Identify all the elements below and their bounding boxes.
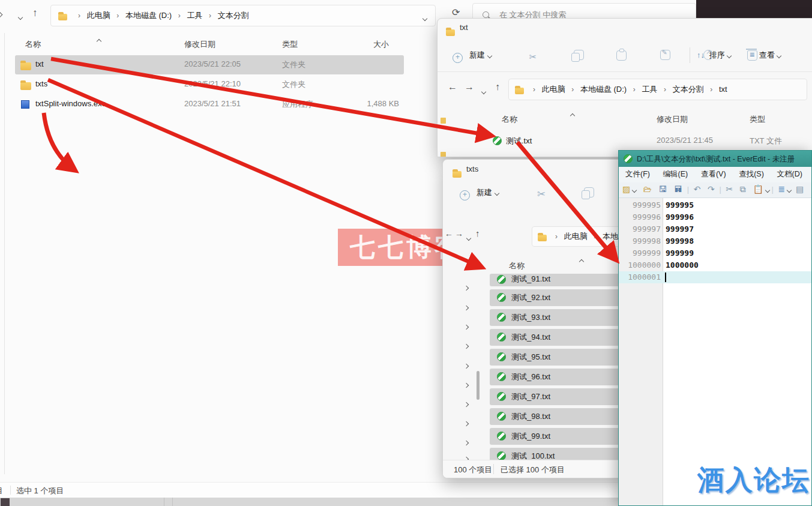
breadcrumb-item[interactable]: 本地磁盘 (D:): [125, 11, 172, 20]
tree-expander-icon[interactable]: [465, 322, 468, 331]
menu-document[interactable]: 文档(D): [771, 167, 807, 182]
refresh-icon[interactable]: ⟳: [452, 7, 460, 18]
rename-icon[interactable]: ✎: [660, 50, 670, 60]
everedit-titlebar[interactable]: D:\工具\文本分割\txt\测试.txt - EverEdit - 未注册: [619, 151, 812, 167]
menu-edit[interactable]: 编辑(E): [658, 167, 694, 182]
forward-icon[interactable]: →: [455, 229, 463, 238]
address-bar[interactable]: › 此电脑 › 本地: [532, 226, 624, 247]
column-header-size[interactable]: 大小: [373, 39, 389, 50]
taskbar-app-icon[interactable]: [1, 498, 10, 506]
breadcrumb-item[interactable]: 本地: [603, 232, 618, 241]
paste-icon[interactable]: [616, 50, 627, 61]
file-row[interactable]: 测试_98.txt: [490, 408, 623, 425]
history-chevron-icon[interactable]: [467, 233, 471, 242]
new-button[interactable]: + 新建: [460, 187, 499, 200]
copy-icon[interactable]: [574, 50, 584, 60]
cut-icon[interactable]: ✂: [537, 188, 547, 198]
breadcrumb-item[interactable]: 本地磁盘 (D:): [580, 85, 627, 94]
sort-button[interactable]: ↑↓ 排序: [697, 50, 731, 61]
address-dropdown-icon[interactable]: [423, 13, 427, 22]
column-header-date[interactable]: 修改日期: [657, 114, 688, 125]
menu-file[interactable]: 文件(F): [620, 167, 655, 182]
file-row[interactable]: 测试_95.txt: [490, 349, 623, 366]
column-header-type[interactable]: 类型: [750, 114, 765, 125]
sort-ascending-icon: [580, 256, 583, 265]
breadcrumb-item[interactable]: 此电脑: [542, 85, 565, 94]
everedit-file-icon: [497, 333, 506, 342]
view-button[interactable]: ≡ 查看: [750, 50, 781, 61]
cut-icon[interactable]: ✂: [726, 184, 733, 194]
file-row[interactable]: 测试_99.txt: [490, 428, 623, 445]
breadcrumb-item[interactable]: 文本分割: [218, 11, 249, 20]
back-icon[interactable]: ←: [445, 229, 453, 238]
undo-icon[interactable]: ↶: [694, 184, 701, 194]
forward-icon[interactable]: [0, 8, 2, 19]
tree-expander-icon[interactable]: [465, 418, 468, 427]
breadcrumb-item[interactable]: 工具: [187, 11, 202, 20]
column-header-name[interactable]: 名称: [25, 39, 41, 50]
window-tab-title[interactable]: txts: [466, 164, 478, 173]
forward-icon[interactable]: →: [465, 82, 474, 92]
breadcrumb-item[interactable]: 文本分割: [673, 85, 704, 94]
file-row[interactable]: 测试.txt 2023/5/21 21:45 TXT 文件: [489, 133, 812, 151]
file-row[interactable]: 测试_92.txt: [490, 289, 623, 306]
everedit-toolbar: ▨ 🗁 🖫 🖬 | ↶ ↷ | ✂ ⧉ 📋 | ≣ ▤: [619, 182, 812, 198]
column-header-type[interactable]: 类型: [282, 39, 298, 50]
breadcrumb-item[interactable]: 此电脑: [564, 232, 588, 241]
tree-expander-icon[interactable]: [465, 361, 468, 370]
new-file-icon[interactable]: ▨: [622, 184, 630, 194]
folder-icon: [20, 62, 31, 70]
file-date: 2023/5/21 22:05: [184, 59, 241, 68]
new-button[interactable]: + 新建: [453, 50, 492, 63]
menu-view[interactable]: 查看(V): [696, 167, 732, 182]
history-chevron-icon[interactable]: [482, 86, 486, 95]
tree-scrollbar-thumb[interactable]: [477, 371, 480, 400]
navpane-divider[interactable]: [4, 33, 5, 474]
up-arrow-icon[interactable]: ↑: [495, 82, 500, 92]
address-bar[interactable]: › 此电脑 › 本地磁盘 (D:) › 工具 › 文本分割: [50, 5, 436, 26]
up-arrow-icon[interactable]: ↑: [475, 228, 480, 238]
menu-search[interactable]: 查找(S): [733, 167, 769, 182]
tree-expander-icon[interactable]: [465, 341, 468, 350]
tree-expander-icon[interactable]: [465, 399, 468, 408]
address-bar[interactable]: › 此电脑 › 本地磁盘 (D:) › 工具 › 文本分割 › txt: [508, 79, 807, 100]
file-row[interactable]: 测试_97.txt: [490, 388, 623, 405]
file-row[interactable]: 测试_93.txt: [490, 309, 623, 326]
everedit-file-icon: [493, 136, 502, 145]
breadcrumb-separator: ›: [567, 85, 578, 94]
breadcrumb-item[interactable]: 工具: [642, 85, 657, 94]
panel-icon[interactable]: ▤: [796, 184, 804, 194]
redo-icon[interactable]: ↷: [708, 184, 715, 194]
chevron-down-icon: [777, 53, 781, 58]
cut-icon[interactable]: ✂: [529, 52, 540, 62]
window-tab-title[interactable]: txt: [460, 23, 468, 32]
breadcrumb-item[interactable]: 此电脑: [87, 11, 110, 20]
file-row[interactable]: 测试_91.txt: [490, 274, 623, 286]
column-header-name[interactable]: 名称: [502, 114, 517, 125]
file-row[interactable]: txts 2023/5/21 22:10 文件夹: [15, 75, 404, 94]
file-row[interactable]: txt 2023/5/21 22:05 文件夹: [15, 55, 404, 74]
copy-icon[interactable]: [584, 187, 594, 197]
tree-expander-icon[interactable]: [465, 303, 468, 312]
history-chevron-icon[interactable]: [19, 12, 22, 21]
save-all-icon[interactable]: 🖬: [674, 184, 682, 194]
back-icon[interactable]: ←: [448, 82, 457, 92]
tree-expander-icon[interactable]: [465, 380, 468, 389]
copy-icon[interactable]: ⧉: [740, 184, 746, 194]
column-header-date[interactable]: 修改日期: [184, 39, 215, 50]
column-header-name[interactable]: 名称: [509, 261, 525, 271]
paste-icon[interactable]: 📋: [753, 184, 763, 194]
file-row[interactable]: txtSplit-windows.exe 2023/5/21 21:51 应用程…: [15, 95, 404, 114]
file-row[interactable]: 测试_94.txt: [490, 329, 623, 346]
tree-expander-icon[interactable]: [465, 438, 468, 447]
save-icon[interactable]: 🖫: [658, 184, 667, 194]
open-file-icon[interactable]: 🗁: [643, 184, 652, 194]
file-name: txts: [35, 79, 47, 88]
everedit-editor[interactable]: 999995 999995 999996 999996 999997 99999…: [619, 198, 812, 506]
file-row[interactable]: 测试_96.txt: [490, 369, 623, 385]
breadcrumb-item[interactable]: txt: [719, 85, 727, 94]
menu-project[interactable]: 工程: [810, 167, 812, 182]
list-mode-icon[interactable]: ≣: [778, 184, 786, 194]
tree-expander-icon[interactable]: [465, 283, 468, 292]
up-arrow-icon[interactable]: ↑: [32, 7, 38, 19]
